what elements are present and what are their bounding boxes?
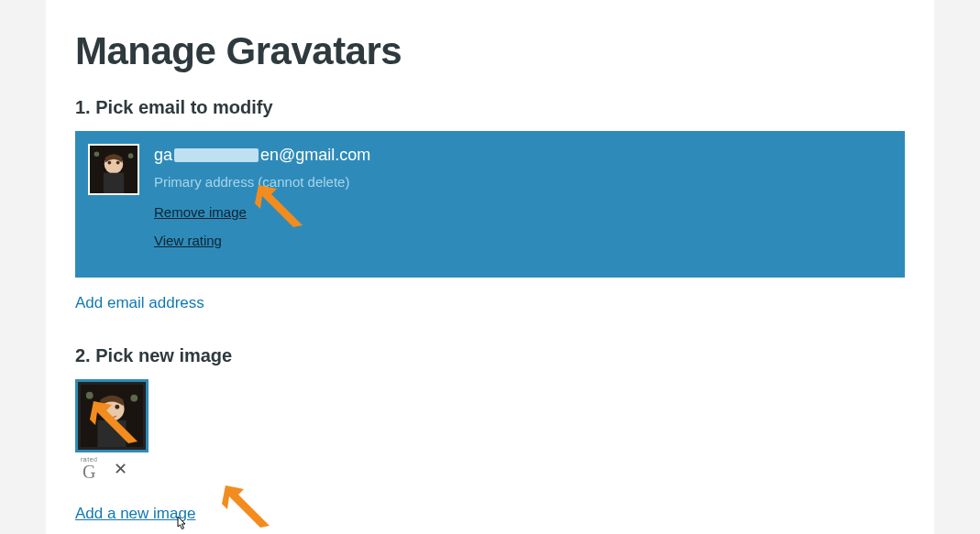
avatar [88, 144, 139, 195]
svg-point-6 [128, 153, 134, 158]
svg-point-4 [116, 161, 120, 165]
svg-rect-2 [104, 173, 124, 193]
view-rating-link[interactable]: View rating [154, 233, 222, 248]
add-email-link[interactable]: Add email address [75, 294, 204, 312]
step2-heading: 2. Pick new image [75, 345, 905, 366]
rating-badge: rated G [81, 456, 97, 481]
svg-point-5 [94, 152, 100, 158]
email-card[interactable]: ga en@gmail.com Primary address (cannot … [75, 131, 905, 278]
page-title: Manage Gravatars [75, 29, 905, 73]
add-new-image-link[interactable]: Add a new image [75, 505, 195, 523]
email-note: Primary address (cannot delete) [154, 174, 892, 190]
gravatar-thumbnail[interactable]: rated G ✕ [75, 379, 149, 481]
remove-image-link[interactable]: Remove image [154, 204, 247, 220]
svg-point-13 [130, 395, 138, 402]
avatar-large [75, 379, 149, 452]
svg-point-11 [115, 405, 119, 409]
svg-point-3 [108, 161, 112, 165]
email-prefix: ga [154, 146, 172, 165]
email-suffix: en@gmail.com [260, 146, 370, 165]
email-address: ga en@gmail.com [154, 146, 892, 165]
delete-image-icon[interactable]: ✕ [114, 459, 127, 479]
arrow-annotation-icon [211, 478, 275, 534]
svg-point-12 [86, 392, 94, 399]
email-info: ga en@gmail.com Primary address (cannot … [154, 144, 892, 261]
svg-point-10 [105, 405, 109, 409]
step1-heading: 1. Pick email to modify [75, 97, 905, 118]
svg-rect-9 [97, 420, 126, 447]
rating-value: G [83, 463, 95, 481]
email-mask [174, 148, 259, 162]
